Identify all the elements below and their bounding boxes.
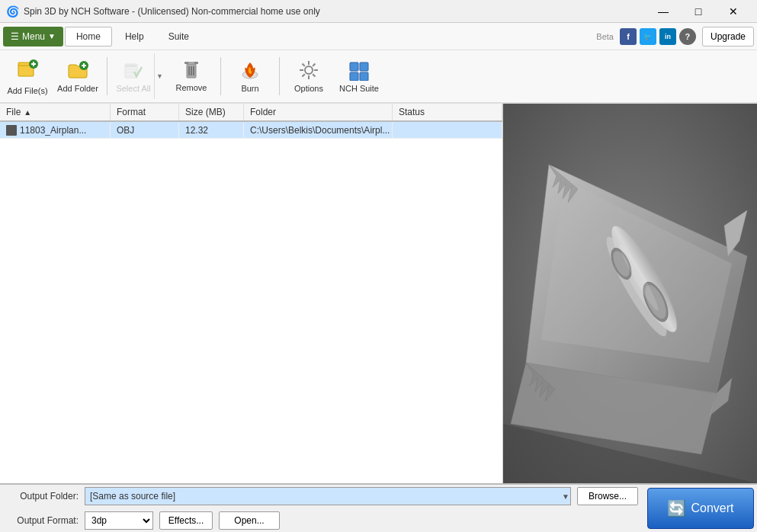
options-button[interactable]: Options [284,53,333,100]
nch-suite-icon [348,59,370,82]
bottom-area: Output Folder: ▼ Browse... Output Format… [0,483,757,532]
twitter-icon[interactable]: 🐦 [640,28,656,45]
svg-rect-30 [350,72,358,81]
column-format[interactable]: Format [111,104,179,120]
title-text: Spin 3D by NCH Software - (Unlicensed) N… [24,6,646,17]
toolbar-separator-2 [220,57,221,95]
menu-button[interactable]: ☰ Menu ▼ [3,27,63,46]
cell-folder: C:\Users\Belkis\Documents\Airpl... [244,122,393,138]
nav-suite[interactable]: Suite [157,27,200,46]
select-all-label: Select All [116,84,150,93]
beta-label: Beta [596,32,614,41]
svg-rect-9 [126,69,136,70]
toolbar-separator-3 [279,57,280,95]
add-folder-icon [67,59,88,82]
menu-arrow-icon: ▼ [48,32,56,40]
facebook-icon[interactable]: f [620,28,637,45]
svg-rect-8 [126,65,136,67]
svg-line-25 [313,74,315,76]
add-files-icon [17,58,38,85]
svg-point-19 [305,66,313,74]
cell-file: 11803_Airplan... [0,122,111,138]
svg-rect-31 [360,72,368,81]
menu-icon: ☰ [11,31,19,42]
svg-rect-28 [350,62,358,71]
svg-rect-11 [126,75,132,76]
add-files-button[interactable]: Add File(s) [3,53,52,100]
preview-panel [503,104,757,483]
burn-icon [239,59,261,82]
remove-label: Remove [176,83,207,92]
convert-button[interactable]: 🔄 Convert [647,488,754,529]
select-all-icon [123,61,143,82]
main-content: File ▲ Format Size (MB) Folder Status 11… [0,104,757,483]
titlebar: 🌀 Spin 3D by NCH Software - (Unlicensed)… [0,0,757,23]
file-thumbnail [6,125,17,136]
file-panel: File ▲ Format Size (MB) Folder Status 11… [0,104,503,483]
svg-rect-29 [360,62,368,71]
title-icon: 🌀 [6,5,19,18]
select-all-button[interactable]: Select All [113,53,154,101]
burn-button[interactable]: Burn [226,53,274,100]
column-size[interactable]: Size (MB) [179,104,244,120]
nch-suite-button[interactable]: NCH Suite [335,53,383,100]
convert-area: 🔄 Convert [644,485,757,532]
svg-line-24 [303,64,305,66]
file-sort-icon: ▲ [24,108,31,117]
close-button[interactable]: ✕ [716,0,751,23]
linkedin-icon[interactable]: in [659,28,676,45]
menu-label: Menu [22,31,45,42]
cell-status [393,122,502,138]
cell-format: OBJ [111,122,179,138]
maximize-button[interactable]: □ [681,0,716,23]
add-folder-button[interactable]: Add Folder [53,53,102,100]
upgrade-button[interactable]: Upgrade [702,27,754,46]
nch-suite-label: NCH Suite [339,84,379,93]
nav-help[interactable]: Help [114,27,156,46]
table-body: 11803_Airplan... OBJ 12.32 C:\Users\Belk… [0,122,502,483]
open-button[interactable]: Open... [219,511,280,530]
nav-home[interactable]: Home [65,27,112,46]
svg-line-26 [313,64,315,66]
output-format-row: Output Format: 3dp Effects... Open... [0,509,644,532]
column-status[interactable]: Status [393,104,502,120]
select-all-group: Select All ▼ [112,53,165,100]
output-folder-input[interactable] [85,487,571,505]
options-icon [298,59,319,82]
remove-icon [181,60,201,82]
select-all-arrow-button[interactable]: ▼ [154,53,165,99]
convert-label: Convert [691,502,733,515]
help-icon[interactable]: ? [679,28,696,45]
menubar: ☰ Menu ▼ Home Help Suite Beta f 🐦 in ? U… [0,23,757,50]
svg-rect-17 [188,62,194,64]
table-row[interactable]: 11803_Airplan... OBJ 12.32 C:\Users\Belk… [0,122,502,139]
options-label: Options [294,84,323,93]
airplane-preview [503,104,757,483]
cell-size: 12.32 [179,122,244,138]
table-header: File ▲ Format Size (MB) Folder Status [0,104,502,122]
convert-icon: 🔄 [667,499,686,518]
minimize-button[interactable]: — [646,0,681,23]
output-folder-row: Output Folder: ▼ Browse... [0,485,644,508]
toolbar: Add File(s) Add Folder [0,50,757,104]
social-links: f 🐦 in ? [620,28,696,45]
add-folder-label: Add Folder [57,84,98,93]
toolbar-separator-1 [107,57,107,95]
effects-button[interactable]: Effects... [159,511,213,530]
column-folder[interactable]: Folder [244,104,393,120]
add-files-label: Add File(s) [7,86,47,95]
browse-button[interactable]: Browse... [577,487,638,505]
folder-dropdown-icon[interactable]: ▼ [562,492,569,501]
remove-button[interactable]: Remove [167,53,216,100]
column-file[interactable]: File ▲ [0,104,111,120]
output-format-select[interactable]: 3dp [85,511,153,530]
output-format-label: Output Format: [6,515,79,526]
window-controls: — □ ✕ [646,0,751,23]
svg-line-27 [303,74,305,76]
burn-label: Burn [241,84,258,93]
output-folder-label: Output Folder: [6,491,79,502]
bottom-form: Output Folder: ▼ Browse... Output Format… [0,485,644,532]
